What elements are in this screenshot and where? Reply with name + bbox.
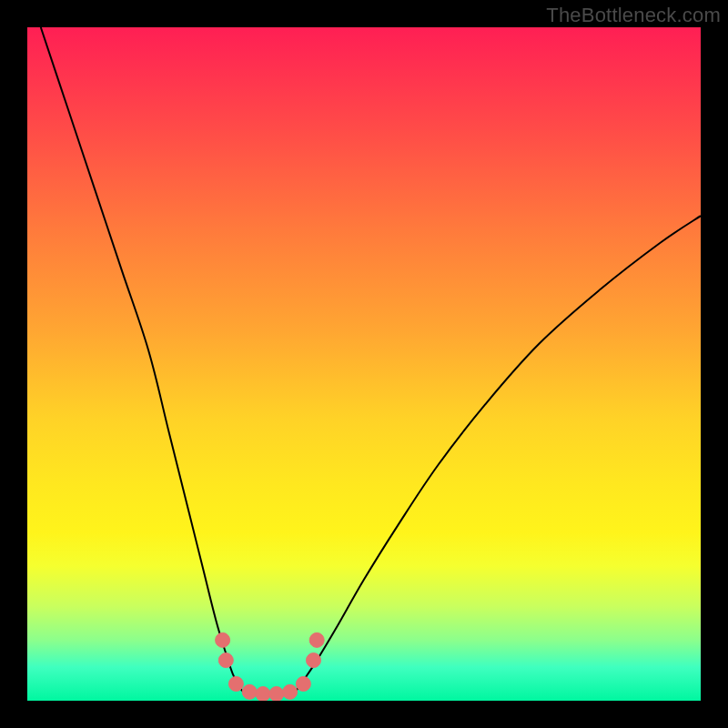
chart-area — [27, 27, 701, 701]
marker-dot — [309, 632, 324, 647]
marker-dot — [283, 684, 298, 699]
marker-group — [216, 632, 325, 701]
curve-right-branch — [287, 216, 701, 697]
marker-dot — [242, 684, 257, 699]
marker-dot — [269, 687, 284, 701]
curve-left-branch — [41, 27, 253, 697]
marker-dot — [216, 632, 230, 647]
watermark-text: TheBottleneck.com — [546, 4, 721, 27]
marker-dot — [218, 653, 233, 668]
marker-dot — [256, 687, 270, 701]
marker-dot — [228, 677, 243, 692]
marker-dot — [296, 677, 310, 692]
plot-svg — [27, 27, 701, 701]
marker-dot — [307, 653, 321, 668]
